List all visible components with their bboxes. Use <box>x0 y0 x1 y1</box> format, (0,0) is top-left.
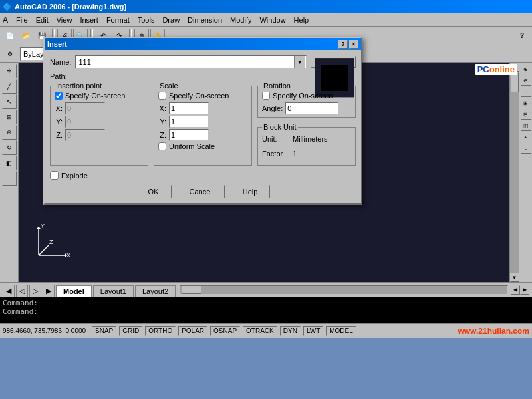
tool-line[interactable]: ╱ <box>2 79 17 94</box>
osnap-toggle[interactable]: OSNAP <box>210 326 240 336</box>
menu-window[interactable]: Window <box>255 15 289 25</box>
tab-layout2[interactable]: Layout2 <box>135 285 176 297</box>
menu-tools[interactable]: Tools <box>134 15 159 25</box>
insert-dialog[interactable]: Insert ? × Name: 111 ▼ Browse... <box>43 37 362 205</box>
scroll-down-btn[interactable]: ▼ <box>510 273 519 282</box>
tab-prev-left[interactable]: ◀ <box>3 285 15 297</box>
scale-z-input[interactable] <box>169 129 209 141</box>
tab-model[interactable]: Model <box>56 285 92 297</box>
h-scroll-right[interactable]: ▶ <box>520 285 529 295</box>
rotation-specify-checkbox[interactable] <box>262 92 270 100</box>
scale-section: Scale Specify On-screen X: Y: <box>154 86 252 166</box>
right-tool-1[interactable]: ⊕ <box>521 64 531 74</box>
command-line[interactable]: Command: Command: <box>0 297 532 323</box>
scale-specify-checkbox[interactable] <box>158 92 166 100</box>
right-tool-6[interactable]: ◫ <box>521 120 531 131</box>
name-row: Name: 111 ▼ Browse... <box>50 55 356 68</box>
polar-toggle[interactable]: POLAR <box>178 326 207 336</box>
tool-plus[interactable]: + <box>2 171 17 186</box>
tab-next[interactable]: ▷ <box>29 285 41 297</box>
canvas-scrollbar-v[interactable]: ▲ ▼ <box>509 63 519 282</box>
factor-label: Factor <box>262 150 289 158</box>
insertion-specify-label[interactable]: Specify On-screen <box>65 92 125 100</box>
snap-toggle[interactable]: SNAP <box>92 326 116 336</box>
svg-text:Z: Z <box>49 239 53 245</box>
tab-layout1[interactable]: Layout1 <box>93 285 134 297</box>
ok-button[interactable]: OK <box>136 185 172 198</box>
right-tool-2[interactable]: ⊖ <box>521 75 531 86</box>
scale-specify-label[interactable]: Specify On-screen <box>169 92 229 100</box>
grid-toggle[interactable]: GRID <box>119 326 142 336</box>
tool-crosshair[interactable]: ✛ <box>2 64 17 78</box>
name-combo[interactable]: 111 ▼ <box>75 55 307 68</box>
right-tool-5[interactable]: ⊟ <box>521 109 531 120</box>
menu-format[interactable]: Format <box>102 15 134 25</box>
dialog-titlebar: Insert ? × <box>45 38 361 50</box>
name-value: 111 <box>77 58 294 66</box>
right-tool-7[interactable]: + <box>521 132 531 142</box>
tool-select[interactable]: ↖ <box>2 94 17 109</box>
menu-help[interactable]: Help <box>290 15 313 25</box>
menu-insert[interactable]: Insert <box>76 15 102 25</box>
tab-next-far[interactable]: ▶ <box>43 285 55 297</box>
menu-edit[interactable]: Edit <box>32 15 53 25</box>
insertion-y-row: Y: <box>55 116 144 128</box>
ortho-toggle[interactable]: ORTHO <box>145 326 176 336</box>
dialog-buttons: OK Cancel Help <box>50 185 356 198</box>
layer-props-btn[interactable]: ⚙ <box>3 47 17 61</box>
uniform-scale-checkbox[interactable] <box>158 142 166 150</box>
right-tool-8[interactable]: - <box>521 143 531 154</box>
dyn-toggle[interactable]: DYN <box>280 326 301 336</box>
insertion-z-input[interactable] <box>65 129 105 141</box>
dialog-close-icon[interactable]: × <box>349 40 358 49</box>
hulian-logo: www.21hulian.com <box>458 327 529 336</box>
menu-modify[interactable]: Modify <box>226 15 255 25</box>
dialog-help-icon[interactable]: ? <box>338 40 348 49</box>
otrack-toggle[interactable]: OTRACK <box>243 326 277 336</box>
name-combo-arrow[interactable]: ▼ <box>294 56 305 68</box>
scale-y-input[interactable] <box>169 116 209 128</box>
dialog-body: Name: 111 ▼ Browse... Path: Insertion po… <box>45 50 361 203</box>
help-button[interactable]: Help <box>230 185 271 198</box>
tool-pan[interactable]: ⊕ <box>2 125 17 140</box>
new-btn[interactable]: 📄 <box>3 29 17 43</box>
explode-label[interactable]: Explode <box>61 172 88 180</box>
rotation-section: Rotation Specify On-screen Angle: <box>257 86 356 118</box>
title-icon: 🔷 <box>3 3 12 11</box>
h-scroll-left[interactable]: ◀ <box>511 285 520 295</box>
path-label: Path: <box>50 72 67 80</box>
name-label: Name: <box>50 58 71 66</box>
scale-x-input[interactable] <box>169 102 209 114</box>
rotation-specify-label[interactable]: Specify On-screen <box>273 92 332 100</box>
lwt-toggle[interactable]: LWT <box>303 326 323 336</box>
explode-checkbox[interactable] <box>50 171 59 180</box>
right-toolbar: ⊕ ⊖ ↔ ⊞ ⊟ ◫ + - <box>519 63 532 282</box>
h-scrollbar[interactable] <box>180 285 508 295</box>
menu-draw[interactable]: Draw <box>158 15 184 25</box>
menubar: A File Edit View Insert Format Tools Dra… <box>0 13 532 27</box>
right-tool-3[interactable]: ↔ <box>521 86 531 97</box>
scale-z-row: Z: <box>158 129 247 141</box>
menu-dimension[interactable]: Dimension <box>184 15 226 25</box>
angle-label: Angle: <box>262 104 283 112</box>
angle-input[interactable] <box>285 102 338 114</box>
cancel-button[interactable]: Cancel <box>177 185 225 198</box>
model-toggle[interactable]: MODEL <box>326 326 356 336</box>
scroll-thumb[interactable] <box>511 72 519 92</box>
tab-prev-far[interactable]: ◁ <box>16 285 28 297</box>
right-tool-4[interactable]: ⊞ <box>521 98 531 108</box>
menu-file[interactable]: File <box>12 15 32 25</box>
tool-orbit[interactable]: ↻ <box>2 140 17 155</box>
insertion-x-input[interactable] <box>65 102 105 114</box>
insertion-specify-checkbox[interactable] <box>55 92 63 100</box>
open-btn[interactable]: 📂 <box>19 29 33 43</box>
scale-y-row: Y: <box>158 116 247 128</box>
tool-shade[interactable]: ◧ <box>2 156 17 170</box>
tool-zoom-win[interactable]: ⊞ <box>2 110 17 124</box>
help-toolbar-btn[interactable]: ? <box>515 29 529 43</box>
svg-line-6 <box>39 245 49 255</box>
h-scroll-thumb[interactable] <box>182 286 201 294</box>
menu-view[interactable]: View <box>53 15 76 25</box>
uniform-scale-label[interactable]: Uniform Scale <box>169 142 215 150</box>
insertion-y-input[interactable] <box>65 116 105 128</box>
